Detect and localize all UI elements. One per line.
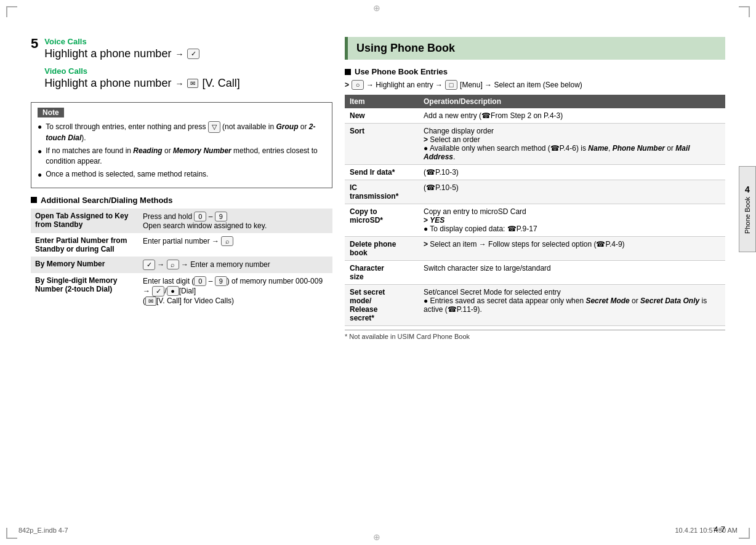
timestamp: 10.4.21 10:57:30 AM bbox=[675, 527, 738, 534]
phone-book-header: Using Phone Book bbox=[345, 37, 725, 60]
filename: 842p_E.indb 4-7 bbox=[18, 527, 68, 534]
chapter-number: 4 bbox=[745, 185, 750, 194]
method-desc-1: Press and hold 0 – 9Open search window a… bbox=[139, 209, 332, 233]
right-column: Using Phone Book Use Phone Book Entries … bbox=[345, 37, 725, 533]
video-calls-text: Highlight a phone number bbox=[44, 77, 171, 90]
note-item-1: ● To scroll through entries, enter nothi… bbox=[38, 121, 326, 143]
pb-item-delete: Delete phonebook bbox=[345, 237, 419, 261]
pb-item-copy: Copy tomicroSD* bbox=[345, 204, 419, 237]
bullet-3: ● bbox=[38, 170, 42, 180]
method-desc-4: Enter last digit (0 – 9) of memory numbe… bbox=[139, 273, 332, 309]
gt-1: > bbox=[345, 81, 349, 89]
video-arrow: → bbox=[175, 79, 183, 89]
pb-row-sort: Sort Change display order > Select an or… bbox=[345, 124, 725, 165]
black-square-2 bbox=[345, 69, 351, 75]
voice-arrow: → bbox=[175, 49, 183, 59]
footnote-text: * Not available in USIM Card Phone Book bbox=[345, 333, 470, 340]
mem-key2: ⌕ bbox=[167, 260, 179, 269]
dial-key1: ✓ bbox=[152, 286, 164, 296]
corner-mark-tl bbox=[6, 6, 17, 17]
page-ref-new: ☎From Step 2 on P.4-3 bbox=[481, 111, 560, 120]
flow-key1: ○ bbox=[352, 80, 364, 90]
method-row-2: Enter Partial Number from Standby or dur… bbox=[31, 233, 332, 257]
flow-menu-key: □ bbox=[445, 80, 457, 90]
pb-desc-delete: > Select an item → Follow steps for sele… bbox=[419, 237, 725, 261]
note-item-3: ● Once a method is selected, same method… bbox=[38, 169, 326, 180]
dial-dot: ● bbox=[167, 286, 179, 296]
methods-table: Open Tab Assigned to Key from Standby Pr… bbox=[31, 209, 332, 309]
flow-text: → Highlight an entry → bbox=[366, 81, 443, 89]
step-content: Voice Calls Highlight a phone number → ✓… bbox=[44, 37, 240, 96]
vcall-label: [V. Call] bbox=[202, 77, 239, 90]
menu-flow: > ○ → Highlight an entry → □ [Menu] → Se… bbox=[345, 80, 725, 90]
digit-9: 9 bbox=[215, 276, 227, 286]
black-square-icon bbox=[31, 197, 37, 203]
method-row-3: By Memory Number ✓ → ⌕ → Enter a memory … bbox=[31, 257, 332, 273]
vcall-label2: [V. Call] for Video Calls bbox=[156, 296, 231, 305]
digit-0: 0 bbox=[194, 276, 206, 286]
bottom-bar: 842p_E.indb 4-7 10.4.21 10:57:30 AM bbox=[18, 527, 738, 534]
pb-desc-new: Add a new entry (☎From Step 2 on P.4-3) bbox=[419, 108, 725, 124]
left-column: 5 Voice Calls Highlight a phone number →… bbox=[31, 37, 332, 533]
methods-section: Additional Search/Dialing Methods Open T… bbox=[31, 196, 332, 309]
pb-item-secret: Set secretmode/Releasesecret* bbox=[345, 285, 419, 326]
method-desc-3: ✓ → ⌕ → Enter a memory number bbox=[139, 257, 332, 273]
pb-row-delete: Delete phonebook > Select an item → Foll… bbox=[345, 237, 725, 261]
pb-desc-secret: Set/cancel Secret Mode for selected entr… bbox=[419, 285, 725, 326]
pb-row-ic: ICtransmission* (☎P.10-5) bbox=[345, 180, 725, 204]
corner-mark-tr bbox=[739, 6, 750, 17]
pb-row-new: New Add a new entry (☎From Step 2 on P.4… bbox=[345, 108, 725, 124]
page-number: 4-7 bbox=[714, 525, 725, 534]
key-9: 9 bbox=[215, 212, 227, 221]
method-row-1: Open Tab Assigned to Key from Standby Pr… bbox=[31, 209, 332, 233]
voice-calls-label: Voice Calls bbox=[44, 37, 240, 46]
video-calls-line: Highlight a phone number → ✉ [V. Call] bbox=[44, 77, 240, 90]
pb-desc-ic: (☎P.10-5) bbox=[419, 180, 725, 204]
voice-calls-line: Highlight a phone number → ✓ bbox=[44, 47, 240, 60]
method-label-3: By Memory Number bbox=[31, 257, 139, 273]
pb-item-charsize: Charactersize bbox=[345, 261, 419, 285]
pb-row-secret: Set secretmode/Releasesecret* Set/cancel… bbox=[345, 285, 725, 326]
method-label-1: Open Tab Assigned to Key from Standby bbox=[31, 209, 139, 233]
note-title: Note bbox=[38, 108, 64, 117]
method-label-4: By Single-digit Memory Number (2-touch D… bbox=[31, 273, 139, 309]
phone-book-table: Item Operation/Description New Add a new… bbox=[345, 95, 725, 326]
video-calls-label: Video Calls bbox=[44, 66, 240, 76]
pb-desc-charsize: Switch character size to large/standard bbox=[419, 261, 725, 285]
note-text-1: To scroll through entries, enter nothing… bbox=[46, 121, 326, 143]
pb-desc-copy: Copy an entry to microSD Card > YES ● To… bbox=[419, 204, 725, 237]
note-item-2: ● If no matches are found in Reading or … bbox=[38, 146, 326, 167]
key-0: 0 bbox=[194, 212, 206, 221]
mem-key1: ✓ bbox=[143, 260, 155, 270]
methods-title-text: Additional Search/Dialing Methods bbox=[41, 196, 173, 205]
flow-menu-label: [Menu] → Select an item (See below) bbox=[460, 81, 582, 89]
voice-key-icon: ✓ bbox=[187, 49, 199, 59]
pb-item-ic: ICtransmission* bbox=[345, 180, 419, 204]
reg-mark-top bbox=[373, 3, 383, 13]
vcall-icon: ✉ bbox=[187, 79, 198, 88]
note-text-3: Once a method is selected, same method r… bbox=[46, 169, 208, 180]
use-entries-label: Use Phone Book Entries bbox=[355, 67, 448, 76]
dial-label: [Dial] bbox=[179, 287, 196, 295]
pb-desc-ir: (☎P.10-3) bbox=[419, 165, 725, 180]
use-entries-title: Use Phone Book Entries bbox=[345, 67, 725, 76]
corner-mark-br bbox=[739, 528, 750, 539]
note-text-2: If no matches are found in Reading or Me… bbox=[46, 146, 326, 167]
pb-row-copy: Copy tomicroSD* Copy an entry to microSD… bbox=[345, 204, 725, 237]
col-header-item: Item bbox=[345, 95, 419, 108]
chapter-tab: 4 Phone Book bbox=[739, 166, 756, 252]
col-header-desc: Operation/Description bbox=[419, 95, 725, 108]
pb-desc-sort: Change display order > Select an order ●… bbox=[419, 124, 725, 165]
voice-calls-text: Highlight a phone number bbox=[44, 47, 171, 60]
method-label-2: Enter Partial Number from Standby or dur… bbox=[31, 233, 139, 257]
footnote: * Not available in USIM Card Phone Book bbox=[345, 330, 725, 340]
pb-item-new: New bbox=[345, 108, 419, 124]
pb-item-ir: Send Ir data* bbox=[345, 165, 419, 180]
step-number: 5 bbox=[31, 37, 38, 50]
bullet-1: ● bbox=[38, 122, 42, 132]
method-row-4: By Single-digit Memory Number (2-touch D… bbox=[31, 273, 332, 309]
pb-row-ir: Send Ir data* (☎P.10-3) bbox=[345, 165, 725, 180]
corner-mark-bl bbox=[6, 528, 17, 539]
step-5-header: 5 Voice Calls Highlight a phone number →… bbox=[31, 37, 332, 96]
scroll-key: ▽ bbox=[208, 121, 220, 133]
